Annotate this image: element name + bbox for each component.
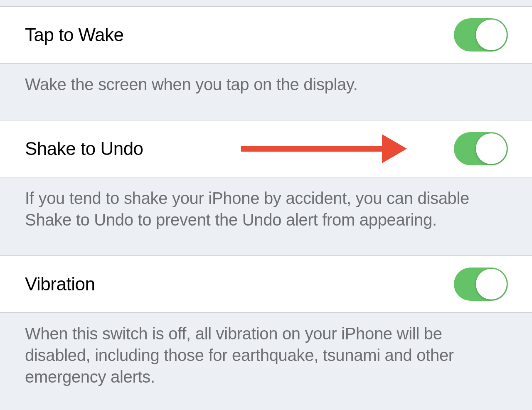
arrow-head-icon <box>382 134 407 163</box>
settings-panel: Tap to Wake Wake the screen when you tap… <box>0 0 532 404</box>
arrow-annotation-icon <box>241 134 407 163</box>
setting-label: Vibration <box>25 274 95 295</box>
setting-description: If you tend to shake your iPhone by acci… <box>0 177 532 256</box>
shake-to-undo-toggle[interactable] <box>454 132 508 165</box>
setting-label: Tap to Wake <box>25 25 123 45</box>
setting-row-shake-to-undo: Shake to Undo <box>0 120 532 177</box>
toggle-knob-icon <box>476 269 507 300</box>
section-gap <box>0 0 532 7</box>
vibration-toggle[interactable] <box>454 268 508 301</box>
setting-description: Wake the screen when you tap on the disp… <box>0 64 532 120</box>
tap-to-wake-toggle[interactable] <box>454 18 508 52</box>
setting-description: When this switch is off, all vibration o… <box>0 313 532 404</box>
setting-label: Shake to Undo <box>25 138 143 159</box>
arrow-line-icon <box>241 146 382 152</box>
setting-row-vibration: Vibration <box>0 256 532 313</box>
toggle-knob-icon <box>476 20 507 50</box>
toggle-knob-icon <box>476 133 507 164</box>
setting-row-tap-to-wake: Tap to Wake <box>0 7 532 64</box>
